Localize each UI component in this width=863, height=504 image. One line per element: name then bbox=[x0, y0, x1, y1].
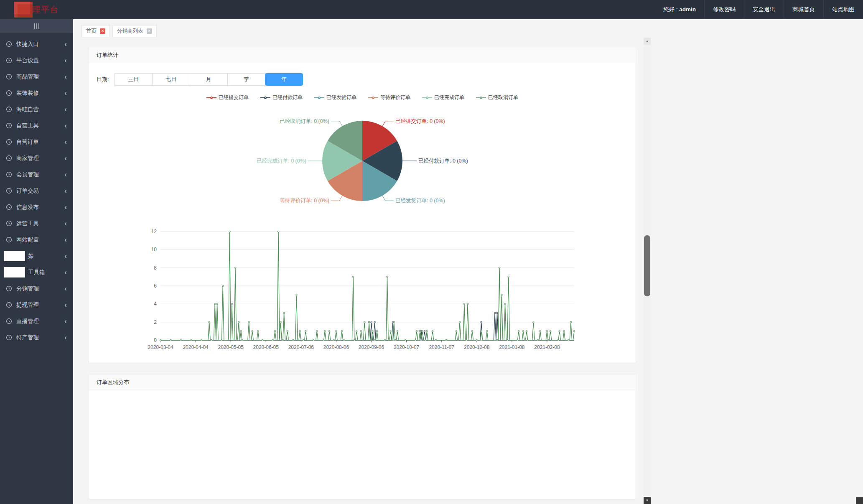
chevron-left-icon: ‹ bbox=[64, 269, 67, 276]
menu-icon bbox=[6, 318, 12, 324]
menu-icon bbox=[6, 155, 12, 161]
chevron-left-icon: ‹ bbox=[64, 220, 67, 227]
sidebar-item[interactable]: 商家管理 ‹ bbox=[0, 150, 73, 166]
data-point-marker bbox=[293, 339, 294, 341]
sidebar-item[interactable]: 自营订单 ‹ bbox=[0, 134, 73, 150]
pie-label: 已经完成订单: 0 (0%) bbox=[257, 158, 306, 164]
sidebar-item[interactable]: 装饰装修 ‹ bbox=[0, 85, 73, 101]
legend-label: 已经发货订单 bbox=[326, 94, 356, 101]
order-stats-title: 订单统计 bbox=[97, 52, 118, 58]
sidebar-menu: 快捷入口 ‹ 平台设置 ‹ 商品管理 ‹ bbox=[0, 33, 73, 346]
scroll-down-arrow-icon[interactable]: ▼ bbox=[644, 497, 651, 504]
tab-close-icon[interactable]: ✕ bbox=[147, 28, 152, 34]
data-point-marker bbox=[341, 331, 343, 332]
sidebar-item[interactable]: 平台设置 ‹ bbox=[0, 52, 73, 69]
data-point-marker bbox=[299, 331, 301, 332]
menu-icon bbox=[6, 237, 12, 243]
sidebar-item[interactable]: 分销管理 ‹ bbox=[0, 280, 73, 297]
vertical-scrollbar[interactable]: ▲ ▼ bbox=[644, 38, 651, 504]
data-point-marker bbox=[459, 321, 461, 323]
x-axis-label: 2020-07-06 bbox=[288, 344, 314, 350]
data-point-marker bbox=[283, 312, 285, 314]
sidebar-item[interactable]: 商品管理 ‹ bbox=[0, 69, 73, 85]
date-range-button[interactable]: 月 bbox=[190, 73, 228, 86]
sidebar-item[interactable]: 提现管理 ‹ bbox=[0, 297, 73, 313]
topbar-link[interactable]: 商城首页 bbox=[784, 0, 823, 19]
sidebar-item-label: 自营工具 bbox=[16, 122, 64, 130]
sidebar-item-label: 运营工具 bbox=[16, 220, 64, 227]
menu-icon bbox=[6, 204, 12, 210]
date-range-button[interactable]: 季 bbox=[227, 73, 265, 86]
data-point-marker bbox=[376, 331, 378, 332]
sidebar-item-label: 会员管理 bbox=[16, 171, 64, 178]
menu-icon bbox=[6, 41, 12, 47]
topbar-link[interactable]: 站点地图 bbox=[823, 0, 863, 19]
scrollbar-thumb[interactable] bbox=[644, 235, 650, 296]
data-point-marker bbox=[526, 331, 527, 332]
topbar-links: 修改密码 安全退出 商城首页 站点地图 bbox=[704, 0, 863, 19]
menu-icon bbox=[6, 285, 12, 292]
menu-icon bbox=[6, 188, 12, 194]
legend-item[interactable]: 已经付款订单 bbox=[260, 94, 303, 101]
legend-item[interactable]: 已经发货订单 bbox=[314, 94, 356, 101]
chevron-left-icon: ‹ bbox=[64, 122, 67, 129]
legend-item[interactable]: 已经提交订单 bbox=[206, 94, 249, 101]
sidebar-item[interactable]: 自营工具 ‹ bbox=[0, 117, 73, 134]
sidebar-item[interactable]: 快捷入口 ‹ bbox=[0, 36, 73, 52]
sidebar-item[interactable]: 娠 ‹ bbox=[0, 248, 73, 264]
legend-dot-icon bbox=[480, 97, 482, 99]
sidebar-item[interactable]: 网站配置 ‹ bbox=[0, 232, 73, 248]
data-point-marker bbox=[425, 339, 427, 341]
chevron-left-icon: ‹ bbox=[64, 171, 67, 178]
chevron-left-icon: ‹ bbox=[64, 73, 67, 80]
date-range-button[interactable]: 七日 bbox=[152, 73, 190, 86]
pie-label-line bbox=[382, 196, 394, 201]
sidebar-item-label: 商品管理 bbox=[16, 73, 64, 81]
data-point-marker bbox=[527, 339, 529, 341]
data-point-marker bbox=[537, 339, 539, 341]
chevron-left-icon: ‹ bbox=[64, 57, 67, 64]
chevron-left-icon: ‹ bbox=[64, 41, 67, 48]
legend-item[interactable]: 等待评价订单 bbox=[368, 94, 410, 101]
date-filter-row: 日期: 三日 七日 月 季 年 bbox=[89, 73, 636, 86]
tab[interactable]: 分销商列表 ✕ bbox=[112, 25, 157, 37]
tab[interactable]: 首页 ✕ bbox=[81, 25, 110, 37]
data-point-marker bbox=[432, 331, 433, 332]
sidebar-item[interactable]: 订单交易 ‹ bbox=[0, 183, 73, 199]
order-stats-body: 日期: 三日 七日 月 季 年 bbox=[89, 63, 636, 363]
data-point-marker bbox=[305, 331, 306, 332]
date-range-button[interactable]: 三日 bbox=[115, 73, 153, 86]
data-point-marker bbox=[190, 339, 192, 341]
tab-close-icon[interactable]: ✕ bbox=[100, 28, 105, 34]
menu-icon bbox=[6, 57, 12, 64]
topbar-link[interactable]: 安全退出 bbox=[744, 0, 784, 19]
sidebar-item[interactable]: 会员管理 ‹ bbox=[0, 166, 73, 183]
sidebar-item-label: 商家管理 bbox=[16, 155, 64, 162]
legend-item[interactable]: 已经取消订单 bbox=[476, 94, 518, 101]
chevron-left-icon: ‹ bbox=[64, 285, 67, 292]
sidebar-item-label: 订单交易 bbox=[16, 187, 64, 195]
chevron-left-icon: ‹ bbox=[64, 252, 67, 260]
data-point-marker bbox=[481, 321, 482, 323]
data-point-marker bbox=[471, 331, 473, 332]
topbar-link[interactable]: 修改密码 bbox=[704, 0, 744, 19]
sidebar-item[interactable]: 信息发布 ‹ bbox=[0, 199, 73, 215]
sidebar-item-label: 装饰装修 bbox=[16, 89, 64, 97]
menu-icon bbox=[6, 171, 12, 178]
date-range-button[interactable]: 年 bbox=[265, 73, 303, 86]
order-region-header: 订单区域分布 bbox=[89, 374, 636, 390]
sidebar-item[interactable]: 直播管理 ‹ bbox=[0, 313, 73, 329]
sidebar-item[interactable]: 运营工具 ‹ bbox=[0, 215, 73, 232]
sidebar-item[interactable]: 特产管理 ‹ bbox=[0, 329, 73, 346]
sidebar-collapse-button[interactable] bbox=[0, 19, 73, 33]
legend-item[interactable]: 已经完成订单 bbox=[422, 94, 464, 101]
data-point-marker bbox=[504, 303, 506, 305]
greeting-prefix: 您好 : bbox=[663, 6, 679, 13]
sidebar-item[interactable]: 工具箱 ‹ bbox=[0, 264, 73, 280]
sidebar-item-label: 平台设置 bbox=[16, 57, 64, 64]
legend-label: 已经提交订单 bbox=[219, 94, 249, 101]
data-point-marker bbox=[356, 331, 357, 332]
scroll-up-arrow-icon[interactable]: ▲ bbox=[644, 38, 651, 45]
pie-label-line bbox=[331, 121, 342, 126]
sidebar-item[interactable]: 海哇自营 ‹ bbox=[0, 101, 73, 117]
